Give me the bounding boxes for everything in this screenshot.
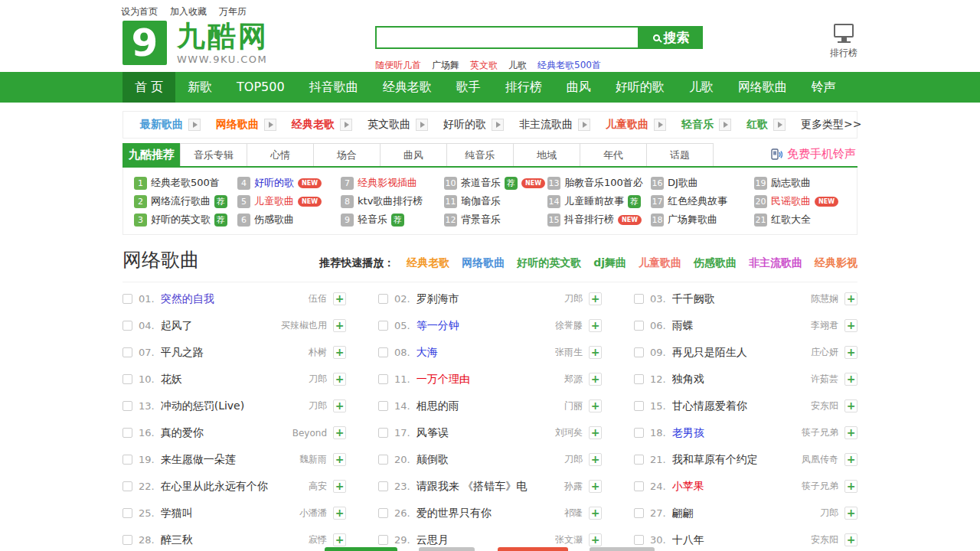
tab-active[interactable]: 九酷推荐 (122, 143, 181, 166)
recommend-link[interactable]: 茶道音乐 (461, 176, 501, 190)
song-checkbox[interactable] (378, 428, 388, 438)
recommend-link[interactable]: 好听的歌 (254, 176, 294, 190)
recommend-link[interactable]: 励志歌曲 (771, 176, 811, 190)
add-button[interactable]: + (844, 426, 858, 439)
nav-item[interactable]: 抖音歌曲 (297, 72, 371, 103)
play-button[interactable] (416, 119, 428, 131)
nav-item[interactable]: TOP500 (224, 72, 297, 103)
hot-link[interactable]: 经典老歌500首 (537, 60, 601, 70)
footer-button[interactable] (419, 547, 475, 551)
song-checkbox[interactable] (122, 347, 132, 357)
recommend-link[interactable]: 胎教音乐100首必 (564, 176, 643, 190)
add-button[interactable]: + (589, 426, 602, 439)
song-checkbox[interactable] (122, 401, 132, 411)
nav-item[interactable]: 铃声 (799, 72, 848, 103)
song-checkbox[interactable] (634, 455, 644, 465)
footer-button[interactable] (590, 547, 655, 551)
song-title-link[interactable]: 老男孩 (672, 426, 795, 440)
add-button[interactable]: + (844, 399, 858, 412)
subnav-link[interactable]: 最新歌曲 (140, 118, 183, 132)
footer-button[interactable] (498, 547, 568, 551)
more-types-link[interactable]: 更多类型>> (801, 118, 861, 132)
free-ringtone-link[interactable]: 免费手机铃声 (771, 147, 856, 161)
play-button[interactable] (340, 119, 352, 131)
song-checkbox[interactable] (122, 535, 132, 545)
recommend-link[interactable]: 红歌大全 (771, 213, 811, 227)
recommend-link[interactable]: 瑜伽音乐 (461, 194, 501, 208)
tab-item[interactable]: 纯音乐 (446, 143, 514, 166)
recommend-link[interactable]: 民谣歌曲 (771, 194, 811, 208)
song-checkbox[interactable] (634, 347, 644, 357)
nav-item[interactable]: 好听的歌 (603, 72, 677, 103)
recommend-link[interactable]: 经典老歌500首 (151, 176, 220, 190)
subnav-link[interactable]: 儿童歌曲 (606, 118, 648, 132)
add-button[interactable]: + (589, 319, 602, 332)
recommend-link[interactable]: DJ歌曲 (668, 176, 698, 190)
add-button[interactable]: + (333, 426, 346, 439)
song-checkbox[interactable] (378, 294, 388, 304)
song-title-link[interactable]: 平凡之路 (161, 346, 302, 360)
add-button[interactable]: + (844, 373, 858, 386)
add-button[interactable]: + (844, 480, 858, 493)
recommend-link[interactable]: 网络流行歌曲 (151, 194, 211, 208)
play-button[interactable] (188, 119, 201, 131)
add-button[interactable]: + (589, 507, 602, 520)
add-button[interactable]: + (333, 399, 346, 412)
add-button[interactable]: + (589, 453, 602, 466)
song-title-link[interactable]: 来生愿做一朵莲 (161, 453, 293, 467)
recommend-link[interactable]: 广场舞歌曲 (668, 213, 717, 227)
play-button[interactable] (578, 119, 590, 131)
song-title-link[interactable]: 罗刹海市 (416, 292, 558, 306)
song-checkbox[interactable] (634, 508, 644, 518)
play-button[interactable] (264, 119, 276, 131)
add-button[interactable]: + (333, 453, 346, 466)
quick-play-link[interactable]: 网络歌曲 (462, 256, 505, 270)
song-checkbox[interactable] (378, 508, 388, 518)
song-checkbox[interactable] (634, 535, 644, 545)
song-title-link[interactable]: 学猫叫 (161, 507, 293, 520)
play-button[interactable] (719, 119, 731, 131)
tab-item[interactable]: 年代 (580, 143, 647, 166)
subnav-link[interactable]: 网络歌曲 (216, 118, 259, 132)
song-checkbox[interactable] (378, 347, 388, 357)
song-title-link[interactable]: 等一分钟 (416, 319, 549, 333)
quick-play-link[interactable]: 经典老歌 (407, 256, 449, 270)
song-title-link[interactable]: 花妖 (161, 373, 302, 386)
song-checkbox[interactable] (634, 294, 644, 304)
tab-item[interactable]: 曲风 (380, 143, 447, 166)
add-button[interactable]: + (844, 346, 858, 359)
subnav-link[interactable]: 轻音乐 (681, 118, 714, 132)
play-button[interactable] (492, 119, 504, 131)
quick-play-link[interactable]: 经典影视 (815, 256, 858, 270)
song-checkbox[interactable] (634, 481, 644, 491)
song-checkbox[interactable] (378, 321, 388, 331)
add-button[interactable]: + (333, 507, 346, 520)
add-button[interactable]: + (844, 533, 858, 546)
song-checkbox[interactable] (378, 481, 388, 491)
add-button[interactable]: + (589, 346, 602, 359)
song-title-link[interactable]: 冲动的惩罚(Live) (161, 399, 302, 413)
nav-item[interactable]: 歌手 (444, 72, 493, 103)
song-checkbox[interactable] (122, 294, 132, 304)
song-title-link[interactable]: 真的爱你 (161, 426, 286, 440)
quick-play-link[interactable]: 非主流歌曲 (749, 256, 802, 270)
quick-play-link[interactable]: 儿童歌曲 (639, 256, 681, 270)
song-checkbox[interactable] (634, 428, 644, 438)
logo[interactable]: 9 九酷网 WWW.9KU.COM (122, 21, 269, 65)
song-title-link[interactable]: 醉三秋 (161, 533, 302, 547)
song-checkbox[interactable] (122, 508, 132, 518)
tab-item[interactable]: 心情 (247, 143, 314, 166)
tab-item[interactable]: 音乐专辑 (180, 143, 247, 166)
add-button[interactable]: + (333, 373, 346, 386)
recommend-link[interactable]: 经典影视插曲 (358, 176, 417, 190)
recommend-link[interactable]: 伤感歌曲 (254, 213, 294, 227)
tab-item[interactable]: 话题 (646, 143, 714, 166)
hot-link[interactable]: 儿歌 (508, 60, 527, 70)
song-title-link[interactable]: 我和草原有个约定 (672, 453, 795, 467)
subnav-link[interactable]: 非主流歌曲 (519, 118, 573, 132)
song-title-link[interactable]: 独角戏 (672, 373, 805, 386)
add-button[interactable]: + (844, 507, 858, 520)
nav-item[interactable]: 网络歌曲 (726, 72, 799, 103)
add-button[interactable]: + (844, 453, 858, 466)
recommend-link[interactable]: 儿童歌曲 (254, 194, 294, 208)
